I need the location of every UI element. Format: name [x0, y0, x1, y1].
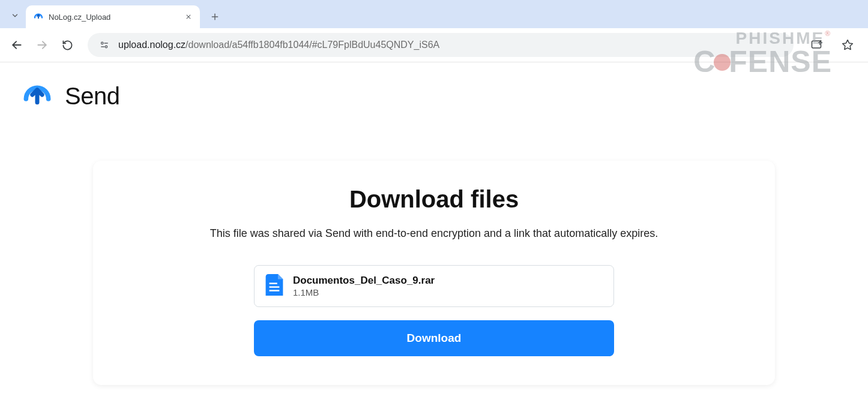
brand-name: Send: [65, 83, 119, 110]
bookmark-button[interactable]: [837, 34, 858, 56]
toolbar-right: [806, 34, 862, 56]
reload-button[interactable]: [56, 34, 78, 56]
url-path: /download/a54ffb1804fb1044/#cL79FplBdUu4…: [185, 40, 439, 50]
document-icon: [265, 274, 283, 298]
svg-rect-17: [270, 290, 280, 291]
cloud-upload-icon: [20, 78, 54, 114]
tab-favicon-icon: [33, 11, 44, 22]
url-text: upload.nolog.cz/download/a54ffb1804fb104…: [118, 40, 439, 50]
browser-tab-bar: NoLog.cz_Upload: [0, 0, 868, 28]
svg-rect-15: [270, 282, 277, 284]
svg-point-8: [105, 46, 107, 47]
brand-header: Send: [0, 62, 868, 130]
file-item: Documentos_Del_Caso_9.rar 1.1MB: [254, 265, 614, 307]
file-size: 1.1MB: [293, 287, 435, 297]
site-info-icon[interactable]: [97, 37, 112, 53]
tab-search-button[interactable]: [6, 7, 24, 25]
card-title: Download files: [117, 186, 751, 213]
download-card: Download files This file was shared via …: [93, 161, 775, 385]
browser-toolbar: upload.nolog.cz/download/a54ffb1804fb104…: [0, 28, 868, 62]
tab-title: NoLog.cz_Upload: [49, 13, 183, 22]
svg-rect-16: [270, 286, 280, 287]
new-tab-button[interactable]: [206, 8, 224, 26]
install-app-button[interactable]: [806, 34, 827, 56]
svg-point-6: [101, 42, 103, 44]
card-description: This file was shared via Send with end-t…: [203, 225, 665, 242]
svg-marker-14: [843, 40, 853, 50]
file-info: Documentos_Del_Caso_9.rar 1.1MB: [293, 275, 435, 297]
browser-tab[interactable]: NoLog.cz_Upload: [26, 5, 200, 28]
page-content: Send Download files This file was shared…: [0, 62, 868, 385]
file-name: Documentos_Del_Caso_9.rar: [293, 275, 435, 287]
address-bar[interactable]: upload.nolog.cz/download/a54ffb1804fb104…: [88, 33, 794, 57]
forward-button[interactable]: [31, 34, 53, 56]
tab-close-button[interactable]: [183, 11, 194, 22]
url-host: upload.nolog.cz: [118, 40, 185, 50]
download-button[interactable]: Download: [254, 320, 614, 356]
back-button[interactable]: [6, 34, 28, 56]
